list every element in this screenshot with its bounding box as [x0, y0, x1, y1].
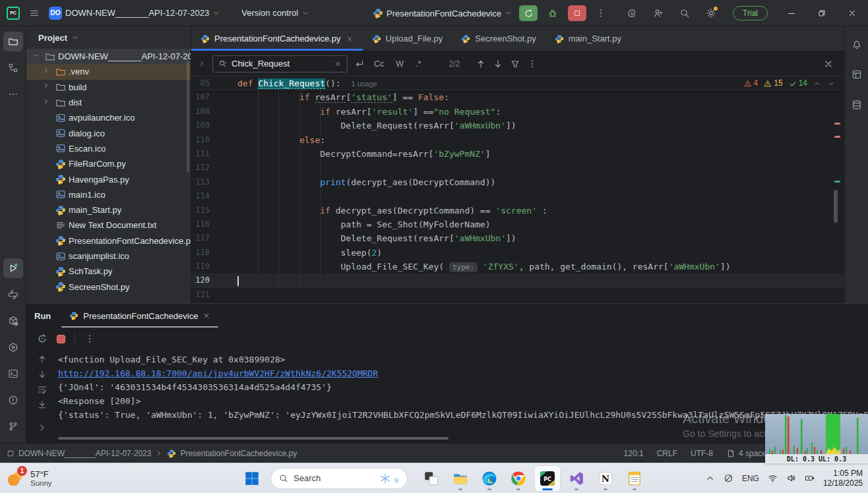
filter-icon[interactable]: [510, 59, 520, 69]
taskbar-app-pycharm[interactable]: PC: [534, 465, 561, 492]
tool-window-run[interactable]: [3, 258, 23, 278]
inspections-widget[interactable]: 4 15 14: [744, 76, 835, 90]
tree-item[interactable]: dist: [26, 95, 191, 110]
project-scrollbar[interactable]: [187, 61, 189, 173]
project-widget[interactable]: DO DOWN-NEW_______API-12-07-2023: [49, 7, 220, 20]
search-everywhere-button[interactable]: [673, 3, 696, 23]
stop-button[interactable]: [568, 5, 586, 21]
code-line[interactable]: 116 path = Sec_Shot(MyFolderName): [191, 218, 844, 231]
close-button[interactable]: [839, 0, 865, 26]
tree-item[interactable]: PresentationFontCachedevice.py: [26, 233, 191, 248]
maximize-button[interactable]: [809, 0, 835, 26]
down-stacktrace-icon[interactable]: [37, 369, 47, 380]
sticky-line[interactable]: 85 def Chick_Request():1 usage 4 15 14: [191, 76, 844, 90]
tool-window-project[interactable]: [3, 32, 23, 51]
tool-window-python-packages[interactable]: [3, 311, 23, 331]
language-indicator[interactable]: ENG: [742, 474, 759, 483]
trial-badge[interactable]: Trial: [733, 6, 768, 20]
code-with-me-button[interactable]: [647, 3, 669, 23]
battery-icon[interactable]: [805, 473, 815, 483]
tree-item[interactable]: New Text Document.txt: [26, 218, 191, 233]
stripe-warning[interactable]: [834, 123, 840, 125]
taskbar-search[interactable]: Search: [270, 468, 408, 489]
code-line[interactable]: 113 print(decrypt_aes(DecryptCommand)): [191, 175, 844, 189]
newline-icon[interactable]: [354, 59, 365, 69]
run-config-selector[interactable]: PresentationFontCachedevice: [373, 8, 512, 18]
tree-item[interactable]: .venv: [26, 64, 191, 79]
network-monitor-widget[interactable]: DL: 0.3 UL: 0.3: [765, 414, 868, 463]
wifi-icon[interactable]: [768, 473, 778, 483]
more-options-icon[interactable]: [527, 59, 538, 69]
words-toggle[interactable]: W: [393, 58, 406, 70]
taskbar-app-edge[interactable]: [476, 465, 503, 492]
run-tab[interactable]: PresentationFontCachedevice: [65, 304, 214, 328]
vcs-menu[interactable]: Version control: [241, 8, 309, 18]
code-line[interactable]: 111 DecryptCommand=resArr['bZywPmNZ']: [191, 147, 844, 161]
ai-assistant-button[interactable]: [621, 3, 643, 23]
code-line[interactable]: 110 else:: [191, 133, 844, 147]
code-line[interactable]: 107 if resArr['status'] == False:: [191, 90, 844, 104]
tree-item[interactable]: FileRarCom.py: [26, 156, 191, 171]
clear-icon[interactable]: [334, 60, 342, 68]
code-line[interactable]: 112: [191, 161, 844, 175]
console-hscrollbar[interactable]: [58, 437, 449, 440]
stop-icon[interactable]: [57, 335, 65, 343]
main-menu-icon[interactable]: [29, 8, 40, 18]
code-line[interactable]: 117 Delete_Request(resArr['aWHmxUbn']): [191, 231, 844, 245]
taskbar-app-notepad[interactable]: [621, 465, 648, 492]
minimize-button[interactable]: [778, 0, 805, 26]
code-line[interactable]: 118 sleep(2): [191, 246, 844, 260]
code-area[interactable]: 85 def Chick_Request():1 usage 4 15 14 1…: [191, 76, 844, 303]
taskbar-app-chrome[interactable]: [505, 465, 532, 492]
settings-button[interactable]: [700, 3, 722, 23]
console-link[interactable]: http://192.168.88.18:7000/api/jpv4urbWV2…: [58, 368, 378, 378]
scroll-to-end-icon[interactable]: [37, 399, 47, 410]
weather-widget[interactable]: 1 57°F Sunny: [5, 469, 52, 488]
status-120-1[interactable]: 120:1: [624, 449, 644, 458]
chevron-down-icon[interactable]: [71, 34, 79, 42]
taskbar-app-visual-studio[interactable]: [563, 465, 590, 492]
editor-tab[interactable]: PresentationFontCachedevice.py: [191, 26, 363, 51]
search-input[interactable]: Chick_Request: [212, 55, 348, 72]
console-prompt-icon[interactable]: [37, 422, 47, 433]
code-line[interactable]: 119 Upload_File_SEC_Key( type: 'ZfYXS', …: [191, 260, 844, 274]
tree-item[interactable]: main_Start.py: [26, 202, 191, 218]
tool-window-version-control[interactable]: [3, 417, 23, 436]
clock[interactable]: 1:05 PM 12/18/2025: [823, 469, 863, 488]
tree-item[interactable]: HavengaPas.py: [26, 171, 191, 187]
next-issue-icon[interactable]: [827, 80, 835, 88]
console[interactable]: <function Upload_File_SEC_Key at 0x03899…: [26, 350, 868, 444]
tool-window-python-console[interactable]: [3, 285, 23, 304]
editor-tab[interactable]: Upload_File.py: [363, 26, 452, 51]
stripe-warning[interactable]: [834, 136, 840, 138]
tree-item[interactable]: dialog.ico: [26, 125, 191, 140]
code-line[interactable]: 121: [191, 288, 844, 302]
close-tab-icon[interactable]: [202, 312, 210, 320]
stripe-change[interactable]: [834, 181, 840, 183]
more-options-icon[interactable]: [84, 334, 95, 344]
regex-toggle[interactable]: .*: [413, 58, 423, 70]
editor-tab[interactable]: main_Start.py: [545, 26, 631, 51]
code-line[interactable]: 115 if decrypt_aes(DecryptCommand) == 's…: [191, 204, 844, 218]
up-stacktrace-icon[interactable]: [37, 354, 47, 364]
editor-tab[interactable]: SecreenShot.py: [452, 26, 545, 51]
editor-vscrollbar[interactable]: [834, 190, 838, 223]
next-occurrence-icon[interactable]: [493, 59, 503, 69]
breadcrumb-file[interactable]: PresentationFontCachedevice.py: [180, 449, 297, 458]
tool-window-services[interactable]: [3, 337, 23, 357]
debug-button[interactable]: [544, 3, 561, 23]
status-crlf[interactable]: CRLF: [657, 449, 677, 458]
database-button[interactable]: [847, 95, 867, 115]
tree-item[interactable]: Escan.ico: [26, 141, 191, 156]
tree-item[interactable]: scanjumplist.ico: [26, 248, 191, 264]
usage-hint[interactable]: 1 usage: [352, 80, 377, 88]
start-button[interactable]: [239, 465, 265, 492]
tree-item[interactable]: build: [26, 80, 191, 95]
prev-issue-icon[interactable]: [813, 80, 821, 88]
soft-wrap-icon[interactable]: [37, 384, 47, 395]
code-line[interactable]: 109 Delete_Request(resArr['aWHmxUbn']): [191, 119, 844, 132]
tree-item[interactable]: SchTask.py: [26, 264, 191, 279]
tree-item[interactable]: DOWN-NEW_______API-12-07-2023: [26, 49, 191, 64]
tree-item[interactable]: SecreenShot.py: [26, 279, 191, 294]
tool-window-terminal[interactable]: [3, 364, 23, 384]
